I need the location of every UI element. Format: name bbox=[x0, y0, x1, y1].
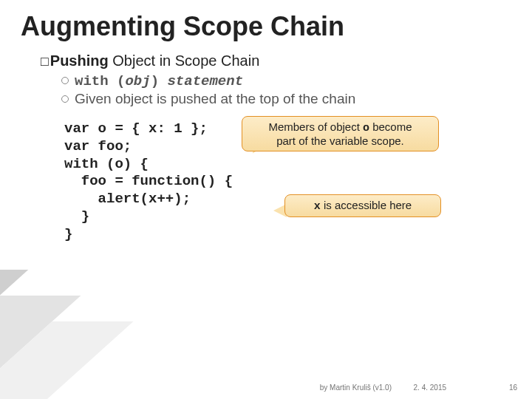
footer-page-number: 16 bbox=[509, 383, 517, 392]
code-inline: ) bbox=[151, 73, 168, 89]
code-inline-italic: statement bbox=[167, 73, 243, 89]
callout-box: x is accessible here bbox=[284, 194, 441, 217]
bullet-bold-text: Pushing bbox=[50, 52, 109, 69]
code-block: var o = { x: 1 }; var foo; with (o) { fo… bbox=[64, 120, 502, 243]
code-inline: with ( bbox=[75, 73, 125, 89]
code-line: with (o) { bbox=[64, 156, 502, 174]
ring-bullet-icon bbox=[61, 95, 69, 103]
code-inline-italic: obj bbox=[125, 73, 150, 89]
ring-bullet-icon bbox=[61, 77, 69, 84]
corner-decoration bbox=[0, 244, 279, 399]
slide: Augmenting Scope Chain □Pushing Object i… bbox=[0, 0, 532, 399]
footer-date: 2. 4. 2015 bbox=[414, 383, 446, 392]
slide-body: □Pushing Object in Scope Chain with (obj… bbox=[0, 42, 532, 243]
bullet-level2: Given object is pushed at the top of the… bbox=[61, 91, 502, 107]
code-line: } bbox=[64, 226, 502, 244]
bullet-level1: □Pushing Object in Scope Chain bbox=[41, 52, 502, 69]
footer-author: by Martin Kruliš (v1.0) bbox=[320, 383, 392, 392]
callout-text: Members of object bbox=[268, 120, 363, 133]
bullet-text: Object in Scope Chain bbox=[112, 52, 259, 69]
callout-text: become bbox=[369, 120, 412, 133]
bullet-level2: with (obj) statement bbox=[61, 72, 502, 89]
callout-text: part of the variable scope. bbox=[276, 134, 404, 147]
bullet-text: Given object is pushed at the top of the… bbox=[75, 91, 355, 106]
callout-text: is accessible here bbox=[321, 199, 412, 211]
square-bullet-icon: □ bbox=[41, 55, 49, 69]
slide-title: Augmenting Scope Chain bbox=[0, 0, 532, 42]
callout-code: x bbox=[314, 200, 321, 213]
callout-box: Members of object o become part of the v… bbox=[242, 116, 439, 151]
code-line: foo = function() { bbox=[64, 173, 502, 191]
callout-code: o bbox=[363, 122, 369, 134]
